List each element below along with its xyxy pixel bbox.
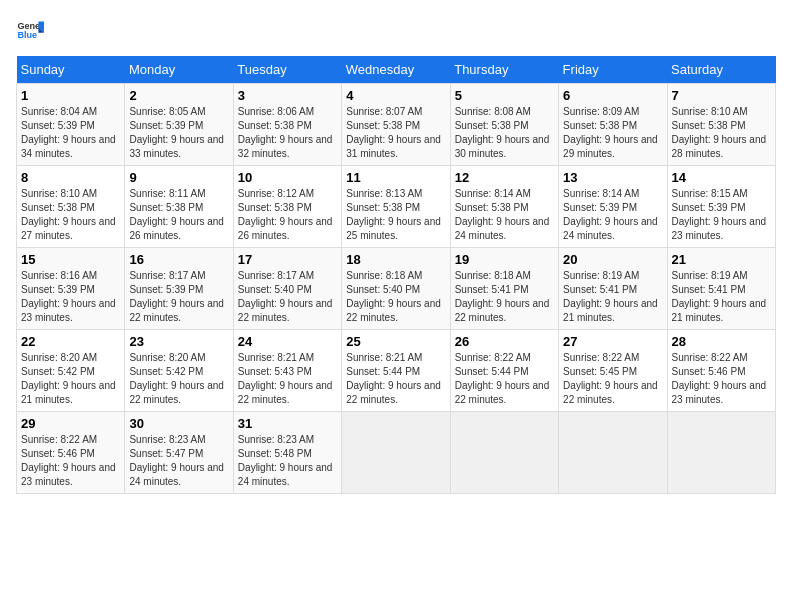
day-cell-26: 26Sunrise: 8:22 AMSunset: 5:44 PMDayligh… xyxy=(450,330,558,412)
day-cell-27: 27Sunrise: 8:22 AMSunset: 5:45 PMDayligh… xyxy=(559,330,667,412)
day-cell-14: 14Sunrise: 8:15 AMSunset: 5:39 PMDayligh… xyxy=(667,166,775,248)
day-cell-13: 13Sunrise: 8:14 AMSunset: 5:39 PMDayligh… xyxy=(559,166,667,248)
weekday-header-row: SundayMondayTuesdayWednesdayThursdayFrid… xyxy=(17,56,776,84)
day-number: 14 xyxy=(672,170,771,185)
day-cell-22: 22Sunrise: 8:20 AMSunset: 5:42 PMDayligh… xyxy=(17,330,125,412)
day-info: Sunrise: 8:07 AMSunset: 5:38 PMDaylight:… xyxy=(346,106,441,159)
day-info: Sunrise: 8:11 AMSunset: 5:38 PMDaylight:… xyxy=(129,188,224,241)
day-number: 26 xyxy=(455,334,554,349)
week-row-5: 29Sunrise: 8:22 AMSunset: 5:46 PMDayligh… xyxy=(17,412,776,494)
day-info: Sunrise: 8:14 AMSunset: 5:39 PMDaylight:… xyxy=(563,188,658,241)
day-info: Sunrise: 8:05 AMSunset: 5:39 PMDaylight:… xyxy=(129,106,224,159)
day-info: Sunrise: 8:18 AMSunset: 5:40 PMDaylight:… xyxy=(346,270,441,323)
day-cell-17: 17Sunrise: 8:17 AMSunset: 5:40 PMDayligh… xyxy=(233,248,341,330)
day-info: Sunrise: 8:17 AMSunset: 5:40 PMDaylight:… xyxy=(238,270,333,323)
day-info: Sunrise: 8:23 AMSunset: 5:47 PMDaylight:… xyxy=(129,434,224,487)
day-number: 22 xyxy=(21,334,120,349)
day-info: Sunrise: 8:21 AMSunset: 5:44 PMDaylight:… xyxy=(346,352,441,405)
day-number: 30 xyxy=(129,416,228,431)
day-cell-29: 29Sunrise: 8:22 AMSunset: 5:46 PMDayligh… xyxy=(17,412,125,494)
day-info: Sunrise: 8:15 AMSunset: 5:39 PMDaylight:… xyxy=(672,188,767,241)
day-number: 3 xyxy=(238,88,337,103)
day-number: 8 xyxy=(21,170,120,185)
empty-cell xyxy=(342,412,450,494)
day-info: Sunrise: 8:09 AMSunset: 5:38 PMDaylight:… xyxy=(563,106,658,159)
day-number: 24 xyxy=(238,334,337,349)
day-info: Sunrise: 8:13 AMSunset: 5:38 PMDaylight:… xyxy=(346,188,441,241)
weekday-header-friday: Friday xyxy=(559,56,667,84)
day-info: Sunrise: 8:04 AMSunset: 5:39 PMDaylight:… xyxy=(21,106,116,159)
day-info: Sunrise: 8:20 AMSunset: 5:42 PMDaylight:… xyxy=(21,352,116,405)
day-cell-5: 5Sunrise: 8:08 AMSunset: 5:38 PMDaylight… xyxy=(450,84,558,166)
day-info: Sunrise: 8:22 AMSunset: 5:44 PMDaylight:… xyxy=(455,352,550,405)
week-row-1: 1Sunrise: 8:04 AMSunset: 5:39 PMDaylight… xyxy=(17,84,776,166)
day-number: 4 xyxy=(346,88,445,103)
day-number: 1 xyxy=(21,88,120,103)
day-cell-11: 11Sunrise: 8:13 AMSunset: 5:38 PMDayligh… xyxy=(342,166,450,248)
day-info: Sunrise: 8:12 AMSunset: 5:38 PMDaylight:… xyxy=(238,188,333,241)
day-number: 25 xyxy=(346,334,445,349)
day-number: 17 xyxy=(238,252,337,267)
day-info: Sunrise: 8:17 AMSunset: 5:39 PMDaylight:… xyxy=(129,270,224,323)
day-cell-24: 24Sunrise: 8:21 AMSunset: 5:43 PMDayligh… xyxy=(233,330,341,412)
empty-cell xyxy=(667,412,775,494)
day-number: 11 xyxy=(346,170,445,185)
day-info: Sunrise: 8:16 AMSunset: 5:39 PMDaylight:… xyxy=(21,270,116,323)
day-info: Sunrise: 8:19 AMSunset: 5:41 PMDaylight:… xyxy=(672,270,767,323)
day-number: 31 xyxy=(238,416,337,431)
svg-text:Blue: Blue xyxy=(17,30,37,40)
day-cell-8: 8Sunrise: 8:10 AMSunset: 5:38 PMDaylight… xyxy=(17,166,125,248)
day-number: 23 xyxy=(129,334,228,349)
day-number: 16 xyxy=(129,252,228,267)
day-cell-21: 21Sunrise: 8:19 AMSunset: 5:41 PMDayligh… xyxy=(667,248,775,330)
day-cell-6: 6Sunrise: 8:09 AMSunset: 5:38 PMDaylight… xyxy=(559,84,667,166)
day-cell-28: 28Sunrise: 8:22 AMSunset: 5:46 PMDayligh… xyxy=(667,330,775,412)
day-info: Sunrise: 8:22 AMSunset: 5:45 PMDaylight:… xyxy=(563,352,658,405)
day-info: Sunrise: 8:10 AMSunset: 5:38 PMDaylight:… xyxy=(672,106,767,159)
empty-cell xyxy=(559,412,667,494)
day-cell-15: 15Sunrise: 8:16 AMSunset: 5:39 PMDayligh… xyxy=(17,248,125,330)
day-number: 27 xyxy=(563,334,662,349)
day-number: 28 xyxy=(672,334,771,349)
day-cell-1: 1Sunrise: 8:04 AMSunset: 5:39 PMDaylight… xyxy=(17,84,125,166)
page-container: General Blue SundayMondayTuesdayWednesda… xyxy=(0,0,792,502)
day-info: Sunrise: 8:08 AMSunset: 5:38 PMDaylight:… xyxy=(455,106,550,159)
day-cell-16: 16Sunrise: 8:17 AMSunset: 5:39 PMDayligh… xyxy=(125,248,233,330)
day-number: 15 xyxy=(21,252,120,267)
weekday-header-sunday: Sunday xyxy=(17,56,125,84)
calendar-table: SundayMondayTuesdayWednesdayThursdayFrid… xyxy=(16,56,776,494)
day-info: Sunrise: 8:14 AMSunset: 5:38 PMDaylight:… xyxy=(455,188,550,241)
day-info: Sunrise: 8:19 AMSunset: 5:41 PMDaylight:… xyxy=(563,270,658,323)
day-number: 20 xyxy=(563,252,662,267)
day-info: Sunrise: 8:10 AMSunset: 5:38 PMDaylight:… xyxy=(21,188,116,241)
week-row-2: 8Sunrise: 8:10 AMSunset: 5:38 PMDaylight… xyxy=(17,166,776,248)
day-number: 13 xyxy=(563,170,662,185)
day-cell-23: 23Sunrise: 8:20 AMSunset: 5:42 PMDayligh… xyxy=(125,330,233,412)
day-cell-20: 20Sunrise: 8:19 AMSunset: 5:41 PMDayligh… xyxy=(559,248,667,330)
day-cell-31: 31Sunrise: 8:23 AMSunset: 5:48 PMDayligh… xyxy=(233,412,341,494)
day-info: Sunrise: 8:21 AMSunset: 5:43 PMDaylight:… xyxy=(238,352,333,405)
day-cell-10: 10Sunrise: 8:12 AMSunset: 5:38 PMDayligh… xyxy=(233,166,341,248)
day-number: 10 xyxy=(238,170,337,185)
day-number: 2 xyxy=(129,88,228,103)
day-info: Sunrise: 8:18 AMSunset: 5:41 PMDaylight:… xyxy=(455,270,550,323)
day-info: Sunrise: 8:22 AMSunset: 5:46 PMDaylight:… xyxy=(21,434,116,487)
empty-cell xyxy=(450,412,558,494)
day-number: 19 xyxy=(455,252,554,267)
day-number: 12 xyxy=(455,170,554,185)
weekday-header-wednesday: Wednesday xyxy=(342,56,450,84)
day-number: 5 xyxy=(455,88,554,103)
day-cell-3: 3Sunrise: 8:06 AMSunset: 5:38 PMDaylight… xyxy=(233,84,341,166)
logo: General Blue xyxy=(16,16,44,44)
day-number: 18 xyxy=(346,252,445,267)
logo-icon: General Blue xyxy=(16,16,44,44)
weekday-header-thursday: Thursday xyxy=(450,56,558,84)
day-cell-30: 30Sunrise: 8:23 AMSunset: 5:47 PMDayligh… xyxy=(125,412,233,494)
day-cell-2: 2Sunrise: 8:05 AMSunset: 5:39 PMDaylight… xyxy=(125,84,233,166)
day-number: 7 xyxy=(672,88,771,103)
weekday-header-tuesday: Tuesday xyxy=(233,56,341,84)
day-cell-4: 4Sunrise: 8:07 AMSunset: 5:38 PMDaylight… xyxy=(342,84,450,166)
day-number: 29 xyxy=(21,416,120,431)
weekday-header-saturday: Saturday xyxy=(667,56,775,84)
day-cell-25: 25Sunrise: 8:21 AMSunset: 5:44 PMDayligh… xyxy=(342,330,450,412)
